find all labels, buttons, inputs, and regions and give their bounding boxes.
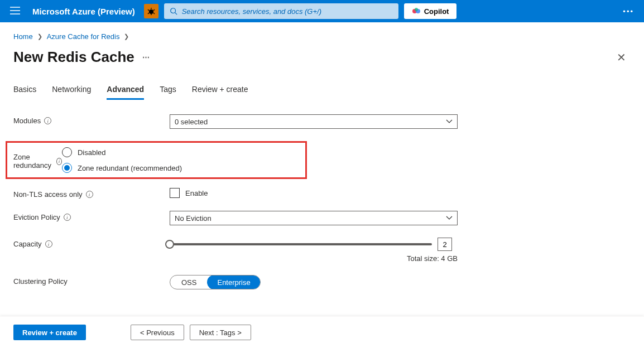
row-eviction: Eviction Policy i No Eviction xyxy=(13,211,631,225)
checkbox-non-tls[interactable] xyxy=(170,188,180,198)
label-zone-redundancy: Zone redundancy xyxy=(13,153,53,170)
eviction-value: No Eviction xyxy=(175,214,212,223)
radio-zone-redundant[interactable]: Zone redundant (recommended) xyxy=(62,163,350,173)
topbar-more-icon[interactable]: ••• xyxy=(619,4,637,19)
hamburger-menu-icon[interactable] xyxy=(7,3,23,20)
close-icon[interactable]: ✕ xyxy=(617,51,631,64)
row-modules: Modules i 0 selected xyxy=(13,114,631,129)
info-icon[interactable]: i xyxy=(56,158,62,165)
page-title: New Redis Cache xyxy=(13,49,134,66)
clustering-option-enterprise[interactable]: Enterprise xyxy=(207,275,260,289)
tab-networking[interactable]: Networking xyxy=(52,85,91,100)
page-header: New Redis Cache ⋯ ✕ xyxy=(13,49,631,66)
breadcrumb-service[interactable]: Azure Cache for Redis xyxy=(47,32,120,41)
row-non-tls: Non-TLS access only i Enable xyxy=(13,188,631,199)
clustering-toggle: OSS Enterprise xyxy=(170,275,261,289)
chevron-down-icon xyxy=(446,215,453,221)
label-capacity: Capacity xyxy=(13,240,42,248)
tab-basics[interactable]: Basics xyxy=(13,85,36,100)
copilot-button[interactable]: Copilot xyxy=(404,3,457,19)
svg-point-4 xyxy=(415,8,418,11)
modules-select[interactable]: 0 selected xyxy=(170,114,458,129)
capacity-total-size: Total size: 4 GB xyxy=(170,254,458,263)
review-create-button[interactable]: Review + create xyxy=(13,325,86,340)
label-clustering: Clustering Policy xyxy=(13,277,68,286)
tab-tags[interactable]: Tags xyxy=(160,85,176,100)
info-icon[interactable]: i xyxy=(64,214,71,221)
search-icon xyxy=(170,7,177,15)
radio-label-redundant: Zone redundant (recommended) xyxy=(78,164,182,172)
radio-label-disabled: Disabled xyxy=(78,148,106,157)
capacity-input[interactable] xyxy=(438,238,452,251)
modules-value: 0 selected xyxy=(175,118,208,126)
label-non-tls: Non-TLS access only xyxy=(13,190,83,199)
footer-action-bar: Review + create < Previous Next : Tags > xyxy=(0,316,644,348)
next-button[interactable]: Next : Tags > xyxy=(190,325,251,340)
breadcrumb: Home ❯ Azure Cache for Redis ❯ xyxy=(13,32,631,41)
clustering-option-oss[interactable]: OSS xyxy=(170,276,208,289)
tab-review[interactable]: Review + create xyxy=(192,85,248,100)
top-navigation-bar: Microsoft Azure (Preview) Copilot ••• xyxy=(0,0,644,22)
tab-bar: Basics Networking Advanced Tags Review +… xyxy=(13,85,631,100)
copilot-label: Copilot xyxy=(424,7,449,16)
svg-point-0 xyxy=(149,9,153,14)
chevron-right-icon: ❯ xyxy=(124,33,129,40)
row-zone-redundancy: Zone redundancy i Disabled Zone redundan… xyxy=(6,141,307,179)
search-input[interactable] xyxy=(182,7,393,16)
page-more-icon[interactable]: ⋯ xyxy=(142,53,150,61)
tab-advanced[interactable]: Advanced xyxy=(107,85,144,100)
chevron-right-icon: ❯ xyxy=(37,33,42,40)
svg-point-1 xyxy=(170,8,175,13)
checkbox-label-enable: Enable xyxy=(185,189,208,197)
row-clustering: Clustering Policy OSS Enterprise xyxy=(13,275,631,289)
brand-label[interactable]: Microsoft Azure (Preview) xyxy=(29,7,138,16)
capacity-slider[interactable] xyxy=(170,243,432,245)
chevron-down-icon xyxy=(446,119,453,125)
info-icon[interactable]: i xyxy=(86,191,93,198)
label-eviction: Eviction Policy xyxy=(13,213,60,221)
slider-thumb[interactable] xyxy=(165,240,174,249)
global-search[interactable] xyxy=(164,3,398,19)
copilot-icon xyxy=(412,7,421,16)
row-capacity: Capacity i Total size: 4 GB xyxy=(13,238,631,263)
eviction-select[interactable]: No Eviction xyxy=(170,211,458,225)
previous-button[interactable]: < Previous xyxy=(131,325,184,340)
info-icon[interactable]: i xyxy=(44,117,51,124)
preview-bug-icon[interactable] xyxy=(144,4,158,18)
radio-zone-disabled[interactable]: Disabled xyxy=(62,147,350,157)
info-icon[interactable]: i xyxy=(45,240,52,248)
breadcrumb-home[interactable]: Home xyxy=(13,32,33,41)
label-modules: Modules xyxy=(13,117,41,125)
